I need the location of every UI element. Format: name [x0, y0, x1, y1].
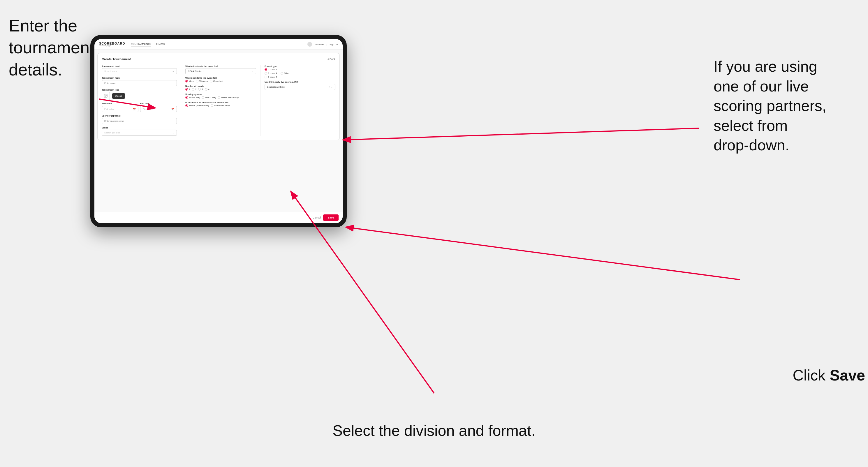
radio-round-2[interactable] — [192, 88, 194, 91]
calendar-icon: 📅 — [133, 108, 136, 111]
rounds-radio-group: 1 2 3 — [185, 88, 256, 91]
sponsor-field: Sponsor (optional) — [102, 115, 177, 124]
gender-label: Which gender is the event for? — [185, 76, 256, 79]
form-middle-column: Which division is the event for? NCAA Di… — [181, 65, 256, 136]
tab-teams[interactable]: TEAMS — [156, 41, 165, 47]
tournament-name-input[interactable] — [102, 80, 177, 86]
tournament-host-input[interactable]: Search team — [102, 68, 177, 74]
gender-radio-group: Mens Womens Combined — [185, 80, 256, 83]
radio-6count4[interactable] — [265, 72, 267, 74]
date-row: Start date Pick a date 📅 End date Pick a… — [102, 102, 177, 112]
app-logo: SCOREBOARD Powered by clippit — [99, 42, 125, 46]
tournament-logo-field: Tournament logo Upload — [102, 89, 177, 100]
user-name: Test User — [314, 43, 324, 46]
teams-radio-group: Teams (+Individuals) Individuals Only — [185, 104, 256, 107]
annotation-enter-details: Enter the tournament details. — [9, 14, 94, 81]
radio-womens[interactable] — [196, 80, 198, 83]
venue-input[interactable]: Search golf club — [102, 130, 177, 136]
radio-round-1[interactable] — [185, 88, 188, 91]
radio-mens[interactable] — [185, 80, 188, 83]
teams-option-teams[interactable]: Teams (+Individuals) — [185, 104, 209, 107]
radio-round-3[interactable] — [198, 88, 201, 91]
division-field: Which division is the event for? NCAA Di… — [185, 65, 256, 74]
end-date-input[interactable]: Pick a date 📅 — [140, 106, 177, 112]
radio-stroke-play[interactable] — [185, 96, 188, 99]
save-button[interactable]: Save — [323, 214, 339, 221]
nav-tabs: TOURNAMENTS TEAMS — [131, 41, 301, 47]
rounds-field: Number of rounds 1 2 — [185, 85, 256, 91]
format-type-field: Format type 5 count 4 6 count — [265, 65, 335, 79]
create-tournament-form: Create Tournament < Back Tournament Host… — [97, 53, 340, 140]
live-scoring-clear[interactable]: ✕ ⌄ — [329, 86, 333, 88]
cancel-button[interactable]: Cancel — [313, 216, 321, 219]
format-5count4[interactable]: 5 count 4 — [265, 68, 277, 71]
logo-upload-area: Upload — [102, 92, 177, 100]
radio-combined[interactable] — [210, 80, 212, 83]
radio-5count4[interactable] — [265, 68, 267, 71]
logo-sub-text: Powered by clippit — [99, 45, 125, 46]
end-date-label: End date — [140, 102, 177, 105]
radio-match-play[interactable] — [202, 96, 204, 99]
start-date-label: Start date — [102, 102, 138, 105]
scoring-option-medal-match[interactable]: Medal Match Play — [218, 96, 239, 99]
back-link[interactable]: < Back — [327, 58, 335, 61]
rounds-option-3[interactable]: 3 — [198, 88, 203, 91]
annotation-select-division: Select the division and format. — [333, 421, 535, 441]
live-scoring-field: Use third-party live scoring API? Leader… — [265, 81, 335, 90]
format-type-options: 5 count 4 6 count 4 6 count 5 — [265, 68, 335, 79]
gender-option-womens[interactable]: Womens — [196, 80, 208, 83]
header-separator: | — [327, 43, 327, 46]
scoring-field: Scoring system Stroke Play Match Play — [185, 93, 256, 99]
start-date-input[interactable]: Pick a date 📅 — [102, 106, 138, 112]
radio-round-4[interactable] — [205, 88, 208, 91]
radio-other[interactable] — [281, 72, 283, 74]
form-grid: Tournament Host Search team Tournament n… — [102, 65, 335, 136]
rounds-option-4[interactable]: 4 — [205, 88, 210, 91]
radio-medal-match-play[interactable] — [218, 96, 220, 99]
start-date-field: Start date Pick a date 📅 — [102, 102, 138, 112]
tournament-name-field: Tournament name — [102, 76, 177, 86]
rounds-option-2[interactable]: 2 — [192, 88, 196, 91]
tournament-host-label: Tournament Host — [102, 65, 177, 68]
sponsor-label: Sponsor (optional) — [102, 115, 177, 117]
radio-6count5[interactable] — [265, 76, 267, 79]
svg-point-1 — [105, 95, 105, 96]
radio-individuals-only[interactable] — [211, 104, 213, 107]
svg-line-5 — [344, 128, 699, 140]
header-right: Test User | Sign out — [307, 42, 338, 46]
form-title: Create Tournament — [102, 57, 131, 61]
form-header: Create Tournament < Back — [102, 57, 335, 61]
scoring-option-stroke[interactable]: Stroke Play — [185, 96, 200, 99]
format-6count5[interactable]: 6 count 5 — [265, 76, 277, 79]
format-6count4[interactable]: 6 count 4 — [265, 72, 277, 74]
sponsor-input[interactable] — [102, 118, 177, 124]
form-left-column: Tournament Host Search team Tournament n… — [102, 65, 177, 136]
teams-label: Is this event for Teams and/or Individua… — [185, 101, 256, 104]
tablet-device: SCOREBOARD Powered by clippit TOURNAMENT… — [90, 35, 347, 227]
venue-field: Venue Search golf club — [102, 126, 177, 136]
annotation-click-save: Click Save — [793, 366, 865, 385]
tab-tournaments[interactable]: TOURNAMENTS — [131, 41, 151, 47]
gender-option-combined[interactable]: Combined — [210, 80, 223, 83]
live-scoring-input[interactable]: Leaderboard King ✕ ⌄ — [265, 84, 335, 90]
radio-teams[interactable] — [185, 104, 188, 107]
tablet-screen: SCOREBOARD Powered by clippit TOURNAMENT… — [94, 39, 343, 223]
svg-line-7 — [347, 227, 740, 280]
scoring-option-match[interactable]: Match Play — [202, 96, 216, 99]
form-right-column: Format type 5 count 4 6 count — [260, 65, 335, 136]
calendar-icon-end: 📅 — [171, 108, 174, 111]
app-header: SCOREBOARD Powered by clippit TOURNAMENT… — [94, 39, 343, 50]
form-footer: Cancel Save — [94, 212, 343, 223]
rounds-label: Number of rounds — [185, 85, 256, 87]
division-select[interactable]: NCAA Division I — [185, 68, 256, 74]
rounds-option-1[interactable]: 1 — [185, 88, 190, 91]
upload-button[interactable]: Upload — [112, 93, 125, 99]
tournament-host-field: Tournament Host Search team — [102, 65, 177, 74]
teams-option-individuals[interactable]: Individuals Only — [211, 104, 229, 107]
format-other[interactable]: Other — [281, 72, 290, 74]
gender-option-mens[interactable]: Mens — [185, 80, 194, 83]
format-type-label: Format type — [265, 65, 335, 68]
sign-out-link[interactable]: Sign out — [330, 43, 338, 46]
logo-preview — [102, 92, 110, 100]
tournament-name-label: Tournament name — [102, 76, 177, 79]
